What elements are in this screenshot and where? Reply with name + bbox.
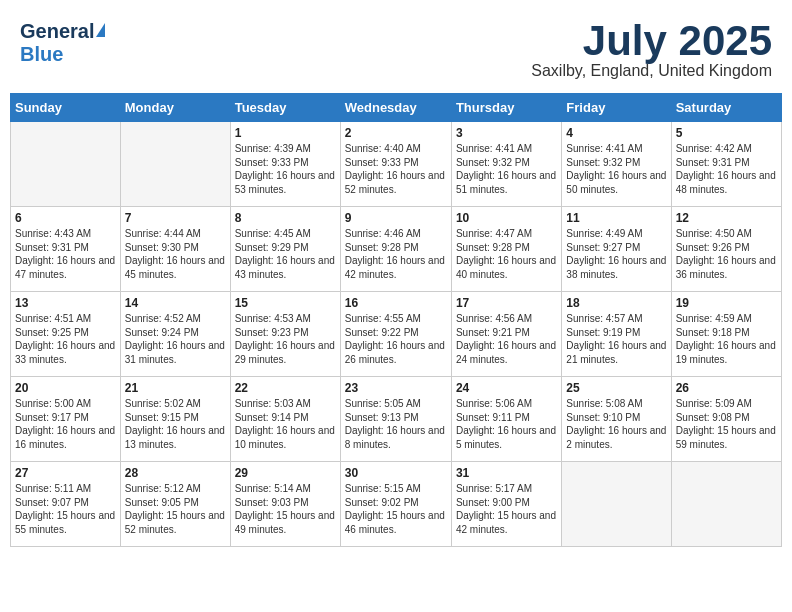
day-number: 19 xyxy=(676,296,777,310)
cell-info: Sunrise: 5:05 AM Sunset: 9:13 PM Dayligh… xyxy=(345,397,447,451)
day-number: 26 xyxy=(676,381,777,395)
cell-info: Sunrise: 4:46 AM Sunset: 9:28 PM Dayligh… xyxy=(345,227,447,281)
calendar-cell: 19Sunrise: 4:59 AM Sunset: 9:18 PM Dayli… xyxy=(671,292,781,377)
calendar-cell: 31Sunrise: 5:17 AM Sunset: 9:00 PM Dayli… xyxy=(451,462,561,547)
cell-info: Sunrise: 4:57 AM Sunset: 9:19 PM Dayligh… xyxy=(566,312,666,366)
calendar-cell xyxy=(120,122,230,207)
day-number: 1 xyxy=(235,126,336,140)
day-number: 31 xyxy=(456,466,557,480)
day-number: 2 xyxy=(345,126,447,140)
calendar-cell: 5Sunrise: 4:42 AM Sunset: 9:31 PM Daylig… xyxy=(671,122,781,207)
cell-info: Sunrise: 5:15 AM Sunset: 9:02 PM Dayligh… xyxy=(345,482,447,536)
calendar-cell: 3Sunrise: 4:41 AM Sunset: 9:32 PM Daylig… xyxy=(451,122,561,207)
calendar-cell: 11Sunrise: 4:49 AM Sunset: 9:27 PM Dayli… xyxy=(562,207,671,292)
calendar-cell: 16Sunrise: 4:55 AM Sunset: 9:22 PM Dayli… xyxy=(340,292,451,377)
cell-info: Sunrise: 4:39 AM Sunset: 9:33 PM Dayligh… xyxy=(235,142,336,196)
day-number: 4 xyxy=(566,126,666,140)
calendar-week-row: 6Sunrise: 4:43 AM Sunset: 9:31 PM Daylig… xyxy=(11,207,782,292)
calendar-cell: 23Sunrise: 5:05 AM Sunset: 9:13 PM Dayli… xyxy=(340,377,451,462)
day-number: 5 xyxy=(676,126,777,140)
calendar-cell: 22Sunrise: 5:03 AM Sunset: 9:14 PM Dayli… xyxy=(230,377,340,462)
page-header: General Blue July 2025 Saxilby, England,… xyxy=(10,10,782,85)
location-title: Saxilby, England, United Kingdom xyxy=(531,62,772,80)
calendar-header-row: SundayMondayTuesdayWednesdayThursdayFrid… xyxy=(11,94,782,122)
day-number: 9 xyxy=(345,211,447,225)
logo-general-text: General xyxy=(20,20,94,43)
day-number: 18 xyxy=(566,296,666,310)
calendar-cell: 25Sunrise: 5:08 AM Sunset: 9:10 PM Dayli… xyxy=(562,377,671,462)
day-number: 3 xyxy=(456,126,557,140)
cell-info: Sunrise: 4:51 AM Sunset: 9:25 PM Dayligh… xyxy=(15,312,116,366)
day-number: 13 xyxy=(15,296,116,310)
day-of-week-header: Saturday xyxy=(671,94,781,122)
day-number: 16 xyxy=(345,296,447,310)
logo-blue-text: Blue xyxy=(20,43,63,66)
day-number: 29 xyxy=(235,466,336,480)
title-block: July 2025 Saxilby, England, United Kingd… xyxy=(531,20,772,80)
calendar-cell: 24Sunrise: 5:06 AM Sunset: 9:11 PM Dayli… xyxy=(451,377,561,462)
cell-info: Sunrise: 5:17 AM Sunset: 9:00 PM Dayligh… xyxy=(456,482,557,536)
day-number: 24 xyxy=(456,381,557,395)
cell-info: Sunrise: 4:43 AM Sunset: 9:31 PM Dayligh… xyxy=(15,227,116,281)
day-of-week-header: Sunday xyxy=(11,94,121,122)
cell-info: Sunrise: 4:45 AM Sunset: 9:29 PM Dayligh… xyxy=(235,227,336,281)
day-number: 17 xyxy=(456,296,557,310)
calendar-week-row: 13Sunrise: 4:51 AM Sunset: 9:25 PM Dayli… xyxy=(11,292,782,377)
calendar-cell xyxy=(671,462,781,547)
day-number: 8 xyxy=(235,211,336,225)
cell-info: Sunrise: 5:09 AM Sunset: 9:08 PM Dayligh… xyxy=(676,397,777,451)
calendar-cell: 2Sunrise: 4:40 AM Sunset: 9:33 PM Daylig… xyxy=(340,122,451,207)
day-number: 6 xyxy=(15,211,116,225)
day-number: 12 xyxy=(676,211,777,225)
day-number: 27 xyxy=(15,466,116,480)
day-of-week-header: Wednesday xyxy=(340,94,451,122)
day-number: 20 xyxy=(15,381,116,395)
day-number: 21 xyxy=(125,381,226,395)
day-number: 10 xyxy=(456,211,557,225)
calendar-cell: 28Sunrise: 5:12 AM Sunset: 9:05 PM Dayli… xyxy=(120,462,230,547)
calendar-cell: 21Sunrise: 5:02 AM Sunset: 9:15 PM Dayli… xyxy=(120,377,230,462)
cell-info: Sunrise: 4:41 AM Sunset: 9:32 PM Dayligh… xyxy=(456,142,557,196)
cell-info: Sunrise: 4:44 AM Sunset: 9:30 PM Dayligh… xyxy=(125,227,226,281)
calendar-cell: 18Sunrise: 4:57 AM Sunset: 9:19 PM Dayli… xyxy=(562,292,671,377)
calendar-cell: 6Sunrise: 4:43 AM Sunset: 9:31 PM Daylig… xyxy=(11,207,121,292)
calendar-cell: 8Sunrise: 4:45 AM Sunset: 9:29 PM Daylig… xyxy=(230,207,340,292)
cell-info: Sunrise: 4:52 AM Sunset: 9:24 PM Dayligh… xyxy=(125,312,226,366)
calendar-cell: 9Sunrise: 4:46 AM Sunset: 9:28 PM Daylig… xyxy=(340,207,451,292)
day-number: 30 xyxy=(345,466,447,480)
cell-info: Sunrise: 4:40 AM Sunset: 9:33 PM Dayligh… xyxy=(345,142,447,196)
calendar-cell: 29Sunrise: 5:14 AM Sunset: 9:03 PM Dayli… xyxy=(230,462,340,547)
logo: General Blue xyxy=(20,20,105,66)
day-of-week-header: Friday xyxy=(562,94,671,122)
cell-info: Sunrise: 4:42 AM Sunset: 9:31 PM Dayligh… xyxy=(676,142,777,196)
day-number: 23 xyxy=(345,381,447,395)
cell-info: Sunrise: 4:41 AM Sunset: 9:32 PM Dayligh… xyxy=(566,142,666,196)
calendar-week-row: 1Sunrise: 4:39 AM Sunset: 9:33 PM Daylig… xyxy=(11,122,782,207)
cell-info: Sunrise: 4:56 AM Sunset: 9:21 PM Dayligh… xyxy=(456,312,557,366)
month-title: July 2025 xyxy=(531,20,772,62)
cell-info: Sunrise: 4:59 AM Sunset: 9:18 PM Dayligh… xyxy=(676,312,777,366)
cell-info: Sunrise: 5:03 AM Sunset: 9:14 PM Dayligh… xyxy=(235,397,336,451)
calendar-cell: 1Sunrise: 4:39 AM Sunset: 9:33 PM Daylig… xyxy=(230,122,340,207)
calendar-cell: 4Sunrise: 4:41 AM Sunset: 9:32 PM Daylig… xyxy=(562,122,671,207)
day-number: 28 xyxy=(125,466,226,480)
day-number: 25 xyxy=(566,381,666,395)
calendar-cell: 20Sunrise: 5:00 AM Sunset: 9:17 PM Dayli… xyxy=(11,377,121,462)
cell-info: Sunrise: 5:00 AM Sunset: 9:17 PM Dayligh… xyxy=(15,397,116,451)
day-number: 14 xyxy=(125,296,226,310)
calendar-cell: 17Sunrise: 4:56 AM Sunset: 9:21 PM Dayli… xyxy=(451,292,561,377)
calendar-cell: 27Sunrise: 5:11 AM Sunset: 9:07 PM Dayli… xyxy=(11,462,121,547)
cell-info: Sunrise: 4:55 AM Sunset: 9:22 PM Dayligh… xyxy=(345,312,447,366)
cell-info: Sunrise: 4:53 AM Sunset: 9:23 PM Dayligh… xyxy=(235,312,336,366)
cell-info: Sunrise: 5:02 AM Sunset: 9:15 PM Dayligh… xyxy=(125,397,226,451)
day-number: 11 xyxy=(566,211,666,225)
calendar-cell: 12Sunrise: 4:50 AM Sunset: 9:26 PM Dayli… xyxy=(671,207,781,292)
calendar-cell: 10Sunrise: 4:47 AM Sunset: 9:28 PM Dayli… xyxy=(451,207,561,292)
cell-info: Sunrise: 5:08 AM Sunset: 9:10 PM Dayligh… xyxy=(566,397,666,451)
calendar-table: SundayMondayTuesdayWednesdayThursdayFrid… xyxy=(10,93,782,547)
logo-triangle-icon xyxy=(96,23,105,37)
calendar-cell: 30Sunrise: 5:15 AM Sunset: 9:02 PM Dayli… xyxy=(340,462,451,547)
cell-info: Sunrise: 5:11 AM Sunset: 9:07 PM Dayligh… xyxy=(15,482,116,536)
day-number: 7 xyxy=(125,211,226,225)
calendar-cell: 15Sunrise: 4:53 AM Sunset: 9:23 PM Dayli… xyxy=(230,292,340,377)
